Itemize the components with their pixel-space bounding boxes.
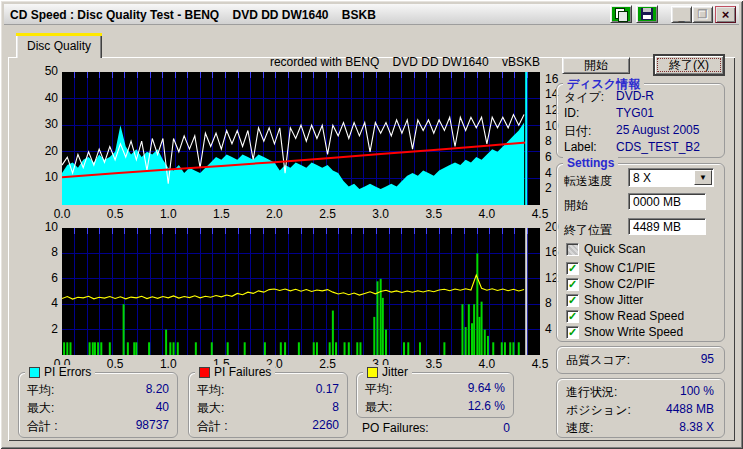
close-icon: × [722,7,730,22]
pi-errors-title: PI Errors [44,365,91,379]
jitter-stats-box: Jitter 平均:9.64 % 最大:12.6 % [356,372,514,418]
axis-tick-label: 3.5 [425,357,442,371]
axis-tick-label: 8 [24,245,58,259]
stat-row: 合計 :98737 [27,418,169,435]
window-title: CD Speed : Disc Quality Test - BENQ DVD … [4,8,376,22]
checkbox-icon[interactable]: ✓ [566,310,579,323]
axis-tick-label: 4 [545,166,552,180]
show-read-speed-checkbox[interactable]: ✓ Show Read Speed [566,309,684,323]
tab-disc-quality[interactable]: Disc Quality [16,33,102,58]
settings-title: Settings [563,156,618,170]
progress-value: 100 % [620,384,714,398]
checkbox-icon[interactable]: ✓ [566,326,579,339]
show-c2-pif-checkbox[interactable]: ✓ Show C2/PIF [566,277,655,291]
po-failures-value: 0 [503,421,510,435]
disc-id-label: ID: [564,106,579,120]
quality-score-value: 95 [640,352,714,366]
stat-row: 最大:8 [197,400,339,417]
minimize-button[interactable]: _ [671,6,692,23]
axis-tick-label: 2.0 [266,207,283,221]
pi-failures-color-swatch [199,367,210,378]
disc-label-value: CDS_TEST_B2 [616,140,700,154]
tab-label: Disc Quality [27,39,91,53]
copy-button[interactable] [610,5,632,23]
stat-row: 平均:8.20 [27,382,169,399]
chevron-down-icon[interactable]: ▼ [694,170,712,185]
stat-row: 平均:0.17 [197,382,339,399]
axis-tick-label: 1.0 [160,357,177,371]
show-c1-pie-checkbox[interactable]: ✓ Show C1/PIE [566,261,655,275]
axis-tick-label: 0.0 [54,207,71,221]
disc-type-label: タイプ: [564,89,604,106]
axis-tick-label: 3.0 [372,207,389,221]
copy-icon [615,8,627,20]
checkbox-icon[interactable]: ✓ [566,262,579,275]
maximize-icon: ❒ [698,8,708,21]
pi-errors-stats-box: PI Errors 平均:8.20 最大:40 合計 :98737 [18,372,178,438]
axis-tick-label: 0.5 [107,357,124,371]
axis-tick-label: 2 [24,322,58,336]
end-position-input[interactable]: 4489 MB [628,218,706,235]
stat-row: 合計 :2260 [197,418,339,435]
axis-tick-label: 10 [24,220,58,234]
po-failures-row: PO Failures: 0 [362,421,510,435]
axis-tick-label: 4.5 [532,357,549,371]
axis-tick-label: 16 [545,72,558,86]
pi-errors-color-swatch [29,367,40,378]
axis-tick-label: 6 [545,150,552,164]
axis-tick-label: 30 [24,117,58,131]
pi-errors-legend: PI Errors [25,365,95,379]
checkbox-icon[interactable]: ✓ [566,294,579,307]
exit-button[interactable]: 終了(X) [654,55,724,75]
disc-date-label: 日付: [564,123,591,140]
start-position-input[interactable]: 0000 MB [628,193,706,210]
disc-id-value: TYG01 [616,106,654,120]
speed-label: 速度: [566,420,593,437]
jitter-color-swatch [367,367,378,378]
start-button[interactable]: 開始 [562,57,630,74]
stat-row: 最大:12.6 % [365,399,505,416]
axis-tick-label: 4.0 [479,357,496,371]
position-value: 4488 MB [620,402,714,416]
axis-tick-label: 1.0 [160,207,177,221]
axis-tick-label: 1.5 [213,207,230,221]
quick-scan-checkbox[interactable]: Quick Scan [566,242,645,256]
axis-tick-label: 40 [24,91,58,105]
checkbox-icon[interactable]: ✓ [566,278,579,291]
axis-tick-label: 50 [24,64,58,78]
axis-tick-label: 4 [545,322,552,336]
speed-value: 8.38 X [620,420,714,434]
disc-date-value: 25 August 2005 [616,123,699,137]
axis-tick-label: 4.5 [532,207,549,221]
minimize-icon: _ [678,13,684,22]
pi-errors-chart [62,72,540,205]
axis-tick-label: 8 [545,296,552,310]
axis-tick-label: 6 [24,271,58,285]
disc-label-label: Label: [564,140,597,154]
pi-failures-stats-box: PI Failures 平均:0.17 最大:8 合計 :2260 [188,372,348,438]
axis-tick-label: 0.5 [107,207,124,221]
speed-select-label: 転送速度 [564,173,612,190]
axis-tick-label: 4.0 [479,207,496,221]
disc-type-value: DVD-R [616,89,654,103]
axis-tick-label: 2.5 [319,357,336,371]
axis-tick-label: 10 [24,170,58,184]
speed-select[interactable]: 8 X ▼ [628,168,714,187]
show-jitter-checkbox[interactable]: ✓ Show Jitter [566,293,643,307]
pi-failures-title: PI Failures [214,365,271,379]
axis-tick-label: 8 [545,134,552,148]
pi-failures-legend: PI Failures [195,365,275,379]
show-write-speed-checkbox[interactable]: ✓ Show Write Speed [566,325,683,339]
maximize-button[interactable]: ❒ [692,6,713,23]
tab-highlight [16,33,102,36]
save-button[interactable] [636,5,658,23]
axis-tick-label: 4 [24,296,58,310]
axis-tick-label: 3.5 [425,207,442,221]
checkbox-icon[interactable] [566,243,579,256]
stat-row: 平均:9.64 % [365,381,505,398]
close-button[interactable]: × [715,6,736,23]
app-window: CD Speed : Disc Quality Test - BENQ DVD … [0,0,743,449]
stat-row: 最大:40 [27,400,169,417]
pi-failures-jitter-chart [62,228,540,355]
jitter-legend: Jitter [363,365,412,379]
